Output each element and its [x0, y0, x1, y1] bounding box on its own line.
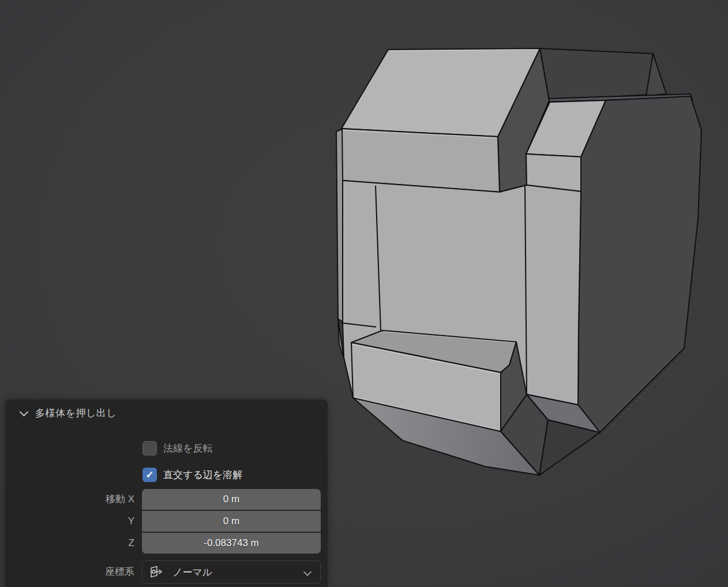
top-recess-face[interactable]	[540, 48, 653, 101]
checkbox-row: ✓直交する辺を溶解	[5, 467, 328, 482]
orientation-dropdown[interactable]: ノーマル	[142, 560, 321, 584]
number-field-z[interactable]: -0.083743 m	[142, 533, 321, 554]
orientation-value: ノーマル	[172, 566, 212, 579]
orientation-normal-icon	[149, 566, 163, 578]
checkbox-row: 法線を反転	[5, 441, 328, 456]
checkbox-label: 直交する辺を溶解	[163, 468, 242, 482]
checkbox-label: 法線を反転	[163, 441, 212, 456]
field-label: 移動 X	[5, 489, 134, 510]
right-side-face[interactable]	[578, 96, 701, 432]
mesh-object[interactable]	[336, 48, 701, 475]
chevron-down-icon	[303, 568, 312, 576]
checkbox-unchecked[interactable]	[142, 441, 157, 456]
chevron-down-icon[interactable]	[20, 407, 29, 416]
field-label: Z	[5, 533, 134, 554]
operator-panel-header[interactable]: 多様体を押し出し	[5, 400, 328, 426]
orientation-label: 座標系	[5, 560, 134, 584]
blender-3d-viewport[interactable]: 多様体を押し出し 法線を反転✓直交する辺を溶解 移動 XYZ 0 m0 m-0.…	[0, 0, 728, 587]
checkbox-checked[interactable]: ✓	[142, 468, 157, 482]
operator-panel-extrude-manifold: 多様体を押し出し 法線を反転✓直交する辺を溶解 移動 XYZ 0 m0 m-0.…	[5, 400, 328, 587]
field-label: Y	[5, 511, 134, 532]
operator-panel-title: 多様体を押し出し	[35, 407, 117, 420]
number-field-y[interactable]: 0 m	[142, 511, 321, 532]
number-field-x[interactable]: 0 m	[142, 489, 321, 510]
